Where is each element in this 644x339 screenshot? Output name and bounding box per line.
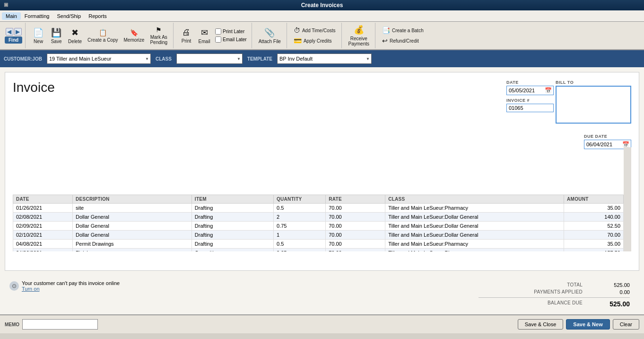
print-later-row[interactable]: Print Later bbox=[213, 28, 249, 35]
email-later-row[interactable]: Email Later bbox=[213, 36, 249, 43]
cell-6: 157.50 bbox=[564, 249, 623, 252]
menu-formatting[interactable]: Formatting bbox=[21, 12, 53, 20]
new-button[interactable]: 📄 New bbox=[29, 27, 47, 45]
template-label: TEMPLATE bbox=[247, 56, 272, 62]
find-button[interactable]: Find bbox=[5, 36, 22, 44]
totals-section: TOTAL 525.00 PAYMENTS APPLIED 0.00 BALAN… bbox=[474, 280, 635, 310]
toolbar-actions-group: 📄 New 💾 Save ✖ Delete 📋 Create a Copy 🔖 … bbox=[26, 23, 174, 48]
create-copy-button[interactable]: 📋 Create a Copy bbox=[85, 28, 121, 44]
invoice-num-input-wrapper bbox=[506, 104, 554, 112]
print-later-checkbox[interactable] bbox=[215, 28, 221, 35]
date-calendar-icon[interactable]: 📅 bbox=[545, 87, 552, 94]
email-label: Email bbox=[199, 39, 210, 44]
receive-payments-button[interactable]: 💰 Receive Payments bbox=[346, 24, 372, 47]
invoice-num-input[interactable] bbox=[509, 105, 551, 111]
cell-6: 52.50 bbox=[564, 222, 623, 231]
table-row[interactable]: 04/26/2021FinishesConsulting2.2570.00Til… bbox=[13, 249, 624, 252]
bill-to-box[interactable] bbox=[556, 86, 631, 124]
total-row: TOTAL 525.00 bbox=[479, 282, 630, 288]
col-header-class: CLASS bbox=[385, 195, 564, 204]
memorize-label: Memorize bbox=[124, 37, 145, 43]
menu-reports[interactable]: Reports bbox=[85, 12, 111, 20]
invoice-num-field: INVOICE # bbox=[506, 98, 554, 112]
due-date-calendar-icon[interactable]: 📅 bbox=[622, 141, 629, 148]
email-button[interactable]: ✉ Email bbox=[195, 27, 213, 45]
cell-5: Tiller and Main LeSueur:Pharmacy bbox=[385, 204, 564, 213]
memo-label: MEMO bbox=[5, 322, 19, 327]
print-label: Print bbox=[182, 38, 191, 44]
date-field: DATE 📅 bbox=[506, 80, 554, 95]
table-row[interactable]: 01/26/2021siteDrafting0.570.00Tiller and… bbox=[13, 204, 624, 213]
due-date-input[interactable] bbox=[586, 142, 622, 147]
table-row[interactable]: 02/09/2021Dollar GeneralDrafting0.7570.0… bbox=[13, 222, 624, 231]
create-batch-button[interactable]: 📑 Create a Batch bbox=[379, 26, 426, 35]
memo-input[interactable] bbox=[22, 319, 98, 330]
class-select[interactable] bbox=[176, 54, 243, 64]
forward-arrow[interactable]: ▶ bbox=[14, 28, 22, 36]
form-area: CUSTOMER:JOB 19 Tiller and Main LeSueur … bbox=[0, 50, 644, 314]
save-close-button[interactable]: Save & Close bbox=[518, 319, 564, 330]
refund-credit-button[interactable]: ↩ Refund/Credit bbox=[379, 36, 426, 45]
cell-3: 1 bbox=[274, 231, 326, 240]
invoice-meta: DATE 📅 INVOICE # bbox=[506, 80, 554, 115]
email-later-label: Email Later bbox=[223, 37, 247, 42]
nav-arrows: ◀ ▶ bbox=[6, 28, 22, 36]
menu-main[interactable]: Main bbox=[2, 12, 21, 20]
cell-1: site bbox=[72, 204, 191, 213]
footer-area: ⊙ Your customer can't pay this invoice o… bbox=[0, 276, 644, 314]
toolbar-print-group: 🖨 Print ✉ Email Print Later Email Later bbox=[174, 23, 252, 48]
add-time-costs-button[interactable]: ⏱ Add Time/Costs bbox=[291, 26, 339, 35]
title-bar: ▣ Create Invoices bbox=[0, 0, 644, 10]
clear-button[interactable]: Clear bbox=[613, 319, 639, 330]
bottom-bar: MEMO Save & Close Save & New Clear bbox=[0, 314, 644, 333]
save-new-button[interactable]: Save & New bbox=[566, 319, 609, 330]
template-select[interactable]: BP Inv Default bbox=[277, 54, 372, 64]
total-value: 525.00 bbox=[592, 282, 630, 288]
customer-job-select[interactable]: 19 Tiller and Main LeSueur bbox=[47, 54, 151, 64]
email-later-checkbox[interactable] bbox=[215, 36, 221, 43]
save-button[interactable]: 💾 Save bbox=[47, 27, 65, 45]
table-row[interactable]: 02/08/2021Dollar GeneralDrafting270.00Ti… bbox=[13, 213, 624, 222]
bill-to-label: BILL TO bbox=[556, 80, 631, 85]
menu-send-ship[interactable]: Send/Ship bbox=[53, 12, 85, 20]
back-arrow[interactable]: ◀ bbox=[6, 28, 13, 36]
delete-button[interactable]: ✖ Delete bbox=[65, 27, 85, 45]
notice-content: Your customer can't pay this invoice onl… bbox=[22, 280, 120, 292]
date-input-wrapper: 📅 bbox=[506, 86, 554, 95]
cell-4: 70.00 bbox=[326, 213, 385, 222]
memorize-button[interactable]: 🔖 Memorize bbox=[121, 28, 148, 44]
col-header-rate: RATE bbox=[326, 195, 385, 204]
total-label: TOTAL bbox=[567, 282, 583, 288]
line-items-container: DATE DESCRIPTION ITEM QUANTITY RATE CLAS… bbox=[13, 147, 631, 251]
col-header-amount: AMOUNT bbox=[564, 195, 623, 204]
toolbar-time-credits-group: ⏱ Add Time/Costs 💳 Apply Credits bbox=[288, 23, 342, 48]
cell-5: Tiller and Main LeSueur:Dollar General bbox=[385, 222, 564, 231]
cell-1: Dollar General bbox=[72, 222, 191, 231]
delete-label: Delete bbox=[68, 39, 82, 44]
cell-5: Tiller and Main LeSueur:Pharmacy bbox=[385, 240, 564, 249]
invoice-num-label: INVOICE # bbox=[506, 98, 554, 103]
cell-6: 35.00 bbox=[564, 204, 623, 213]
cell-3: 0.5 bbox=[274, 204, 326, 213]
mark-as-pending-button[interactable]: ⚑ Mark As Pending bbox=[147, 25, 170, 46]
cell-2: Drafting bbox=[191, 204, 273, 213]
table-row[interactable]: 04/08/2021Permit DrawingsDrafting0.570.0… bbox=[13, 240, 624, 249]
cell-5: Tiller and Main LeSueur:Dollar General bbox=[385, 231, 564, 240]
print-button[interactable]: 🖨 Print bbox=[177, 27, 195, 45]
window-icon: ▣ bbox=[4, 2, 8, 7]
attach-file-button[interactable]: 📎 Attach File bbox=[256, 27, 284, 45]
table-row[interactable]: 02/10/2021Dollar GeneralDrafting170.00Ti… bbox=[13, 231, 624, 240]
new-label: New bbox=[34, 39, 43, 44]
turn-on-link[interactable]: Turn on bbox=[22, 286, 120, 292]
date-label: DATE bbox=[506, 80, 554, 85]
scrollbar-thumb[interactable] bbox=[625, 150, 630, 164]
payments-applied-label: PAYMENTS APPLIED bbox=[534, 289, 583, 295]
cell-5: Tiller and Main LeSueur:Dollar General bbox=[385, 213, 564, 222]
cell-0: 04/08/2021 bbox=[13, 240, 73, 249]
menu-bar: Main Formatting Send/Ship Reports bbox=[0, 10, 644, 22]
cell-2: Consulting bbox=[191, 249, 273, 252]
date-input[interactable] bbox=[509, 88, 545, 93]
apply-credits-button[interactable]: 💳 Apply Credits bbox=[291, 36, 339, 45]
toolbar-attach-group: 📎 Attach File bbox=[253, 23, 287, 48]
table-scrollbar[interactable] bbox=[624, 147, 631, 251]
